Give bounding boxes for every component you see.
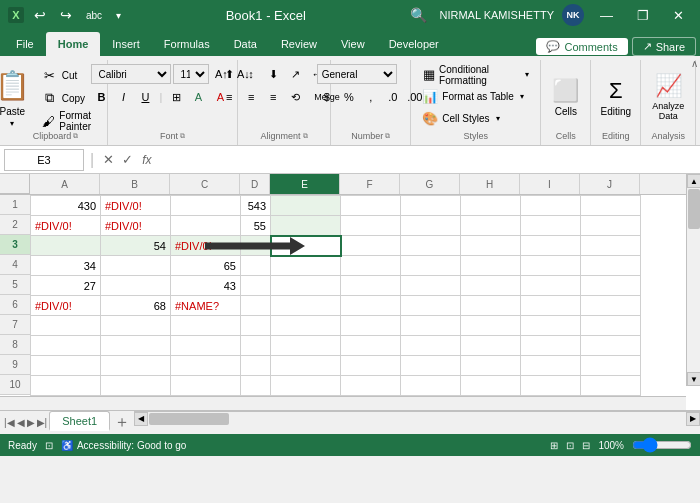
tab-formulas[interactable]: Formulas [152, 32, 222, 56]
font-name-select[interactable]: Calibri [91, 64, 171, 84]
sheet-prev-button[interactable]: ◀ [17, 417, 25, 428]
cell-i6[interactable] [521, 296, 581, 316]
cell-c10[interactable] [171, 376, 241, 396]
cell-h1[interactable] [461, 196, 521, 216]
cell-d2[interactable]: 55 [241, 216, 271, 236]
cell-g7[interactable] [401, 316, 461, 336]
text-orient-button[interactable]: ↗ [285, 64, 305, 84]
align-bottom-button[interactable]: ⬇ [263, 64, 283, 84]
col-header-j[interactable]: J [580, 174, 640, 194]
scroll-left-button[interactable]: ◀ [134, 412, 148, 426]
cell-h3[interactable] [461, 236, 521, 256]
cell-c5[interactable]: 43 [171, 276, 241, 296]
tab-insert[interactable]: Insert [100, 32, 152, 56]
cell-f8[interactable] [341, 336, 401, 356]
alignment-expand-icon[interactable]: ⧉ [303, 132, 308, 140]
horizontal-scrollbar[interactable]: ◀ ▶ [134, 411, 700, 425]
bold-button[interactable]: B [91, 87, 111, 107]
cell-g1[interactable] [401, 196, 461, 216]
cell-h8[interactable] [461, 336, 521, 356]
sheet-first-button[interactable]: |◀ [4, 417, 15, 428]
scroll-right-button[interactable]: ▶ [686, 412, 700, 426]
cell-b2[interactable]: #DIV/0! [101, 216, 171, 236]
tab-data[interactable]: Data [222, 32, 269, 56]
col-header-i[interactable]: I [520, 174, 580, 194]
cell-e6[interactable] [271, 296, 341, 316]
cell-j1[interactable] [581, 196, 641, 216]
row-header-4[interactable]: 4 [0, 255, 30, 275]
col-header-h[interactable]: H [460, 174, 520, 194]
cell-d5[interactable] [241, 276, 271, 296]
search-button[interactable]: 🔍 [406, 5, 431, 25]
cell-g4[interactable] [401, 256, 461, 276]
wrap-text-button[interactable]: ⟲ [285, 87, 305, 107]
cancel-formula-button[interactable]: ✕ [100, 152, 117, 167]
cell-b10[interactable] [101, 376, 171, 396]
cell-h4[interactable] [461, 256, 521, 276]
cell-j10[interactable] [581, 376, 641, 396]
cell-i9[interactable] [521, 356, 581, 376]
cell-b3[interactable]: 54 [101, 236, 171, 256]
fill-color-button[interactable]: A [188, 87, 208, 107]
cell-c8[interactable] [171, 336, 241, 356]
cell-j6[interactable] [581, 296, 641, 316]
cell-a3[interactable] [31, 236, 101, 256]
cell-j8[interactable] [581, 336, 641, 356]
cell-styles-button[interactable]: 🎨 Cell Styles ▾ [417, 108, 504, 129]
cell-d4[interactable] [241, 256, 271, 276]
cell-a10[interactable] [31, 376, 101, 396]
cell-h7[interactable] [461, 316, 521, 336]
cell-e7[interactable] [271, 316, 341, 336]
view-layout-icon[interactable]: ⊡ [566, 440, 574, 451]
cell-b9[interactable] [101, 356, 171, 376]
scroll-up-button[interactable]: ▲ [687, 174, 700, 188]
cell-d10[interactable] [241, 376, 271, 396]
cell-d1[interactable]: 543 [241, 196, 271, 216]
decrease-decimal-button[interactable]: .0 [383, 87, 403, 107]
row-header-5[interactable]: 5 [0, 275, 30, 295]
cell-a9[interactable] [31, 356, 101, 376]
cell-g3[interactable] [401, 236, 461, 256]
cell-d3[interactable] [241, 236, 271, 256]
row-header-8[interactable]: 8 [0, 335, 30, 355]
cell-c4[interactable]: 65 [171, 256, 241, 276]
cell-f3[interactable] [341, 236, 401, 256]
vertical-scrollbar[interactable]: ▲ ▼ [686, 174, 700, 386]
row-header-6[interactable]: 6 [0, 295, 30, 315]
underline-button[interactable]: U [135, 87, 155, 107]
col-header-e[interactable]: E [270, 174, 340, 194]
row-header-10[interactable]: 10 [0, 375, 30, 395]
h-scroll-thumb[interactable] [149, 413, 229, 425]
spellcheck-button[interactable]: abc [82, 8, 106, 23]
cell-j7[interactable] [581, 316, 641, 336]
redo-button[interactable]: ↪ [56, 5, 76, 25]
cell-i4[interactable] [521, 256, 581, 276]
cell-b7[interactable] [101, 316, 171, 336]
cell-j4[interactable] [581, 256, 641, 276]
cell-b1[interactable]: #DIV/0! [101, 196, 171, 216]
cell-e3[interactable] [271, 236, 341, 256]
cell-i8[interactable] [521, 336, 581, 356]
col-header-g[interactable]: G [400, 174, 460, 194]
cell-e2[interactable] [271, 216, 341, 236]
formula-input[interactable] [158, 149, 697, 171]
add-sheet-button[interactable]: ＋ [110, 411, 134, 434]
cell-e4[interactable] [271, 256, 341, 276]
minimize-button[interactable]: — [592, 6, 621, 25]
cell-d8[interactable] [241, 336, 271, 356]
confirm-formula-button[interactable]: ✓ [119, 152, 136, 167]
row-header-2[interactable]: 2 [0, 215, 30, 235]
cell-i5[interactable] [521, 276, 581, 296]
cell-c3[interactable]: #DIV/0! [171, 236, 241, 256]
cell-f9[interactable] [341, 356, 401, 376]
cell-d9[interactable] [241, 356, 271, 376]
cell-a5[interactable]: 27 [31, 276, 101, 296]
align-center-button[interactable]: ≡ [241, 87, 261, 107]
cell-c6[interactable]: #NAME? [171, 296, 241, 316]
cell-e10[interactable] [271, 376, 341, 396]
col-header-b[interactable]: B [100, 174, 170, 194]
cell-g2[interactable] [401, 216, 461, 236]
row-header-9[interactable]: 9 [0, 355, 30, 375]
row-header-7[interactable]: 7 [0, 315, 30, 335]
percent-button[interactable]: % [339, 87, 359, 107]
